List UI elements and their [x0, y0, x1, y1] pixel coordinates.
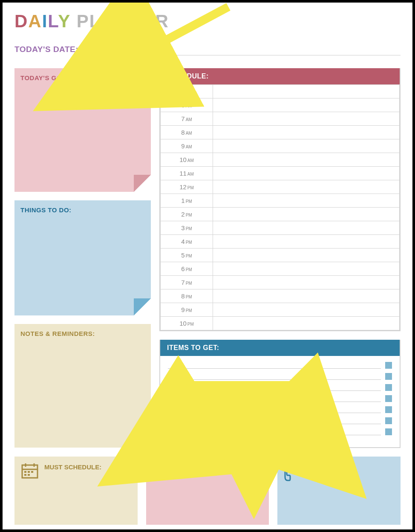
- schedule-time: 5AM: [161, 85, 213, 98]
- item-line[interactable]: [168, 396, 381, 402]
- item-row[interactable]: [168, 417, 392, 424]
- schedule-time: 9AM: [161, 139, 213, 153]
- item-row[interactable]: [168, 395, 392, 402]
- date-label: TODAY'S DATE:: [14, 45, 78, 54]
- schedule-row[interactable]: 10AM: [161, 153, 400, 167]
- svg-line-17: [164, 469, 170, 475]
- schedule-time: 10AM: [161, 153, 213, 167]
- schedule-slot[interactable]: [213, 139, 400, 153]
- schedule-panel: SCHEDULE: 5AM6AM7AM8AM9AM10AM11AM12PM1PM…: [159, 68, 401, 331]
- checkbox-icon[interactable]: [385, 373, 392, 380]
- schedule-time: 7PM: [161, 276, 213, 289]
- schedule-slot[interactable]: [213, 167, 400, 180]
- phone-icon: [283, 462, 302, 484]
- schedule-slot[interactable]: [213, 180, 400, 194]
- schedule-slot[interactable]: [213, 98, 400, 112]
- checkbox-icon[interactable]: [385, 428, 392, 435]
- item-line[interactable]: [168, 362, 381, 369]
- schedule-row[interactable]: 6PM: [161, 262, 400, 276]
- goals-note[interactable]: TODAY'S GOALS:: [14, 68, 151, 192]
- page-title: DAILY PLANNER: [14, 11, 401, 32]
- schedule-slot[interactable]: [213, 276, 400, 289]
- notes-label: NOTES & REMINDERS:: [20, 330, 145, 337]
- schedule-row[interactable]: 2PM: [161, 208, 400, 221]
- page-fold-icon: [134, 175, 151, 192]
- schedule-slot[interactable]: [213, 208, 400, 221]
- schedule-time: 5PM: [161, 249, 213, 262]
- schedule-slot[interactable]: [213, 249, 400, 262]
- schedule-row[interactable]: 3PM: [161, 221, 400, 235]
- item-row[interactable]: [168, 406, 392, 413]
- checkbox-icon[interactable]: [385, 406, 392, 413]
- schedule-time: 6PM: [161, 262, 213, 276]
- notes-note[interactable]: NOTES & REMINDERS:: [14, 324, 151, 448]
- schedule-table: 5AM6AM7AM8AM9AM10AM11AM12PM1PM2PM3PM4PM5…: [160, 84, 400, 330]
- svg-rect-14: [28, 474, 30, 476]
- goals-label: TODAY'S GOALS:: [20, 74, 145, 81]
- item-row[interactable]: [168, 384, 392, 391]
- svg-rect-10: [24, 471, 26, 473]
- item-row[interactable]: [168, 428, 392, 435]
- must-schedule-card[interactable]: MUST SCHEDULE:: [14, 457, 138, 525]
- schedule-row[interactable]: 10PM: [161, 317, 400, 330]
- items-header: ITEMS TO GET:: [160, 340, 400, 356]
- schedule-row[interactable]: 7AM: [161, 112, 400, 126]
- schedule-row[interactable]: 11AM: [161, 167, 400, 180]
- svg-rect-12: [31, 471, 33, 473]
- schedule-slot[interactable]: [213, 235, 400, 249]
- schedule-slot[interactable]: [213, 317, 400, 330]
- schedule-row[interactable]: 8AM: [161, 126, 400, 139]
- schedule-row[interactable]: 8PM: [161, 289, 400, 303]
- schedule-time: 12PM: [161, 180, 213, 194]
- schedule-time: 6AM: [161, 98, 213, 112]
- schedule-slot[interactable]: [213, 221, 400, 235]
- checkbox-icon[interactable]: [385, 395, 392, 402]
- schedule-row[interactable]: 7PM: [161, 276, 400, 289]
- schedule-row[interactable]: 12PM: [161, 180, 400, 194]
- schedule-slot[interactable]: [213, 85, 400, 98]
- schedule-slot[interactable]: [213, 303, 400, 317]
- svg-line-16: [153, 469, 159, 475]
- schedule-slot[interactable]: [213, 262, 400, 276]
- item-row[interactable]: [168, 373, 392, 380]
- schedule-slot[interactable]: [213, 194, 400, 208]
- checkbox-icon[interactable]: [385, 362, 392, 369]
- must-email-label: MUST EMAIL:: [176, 463, 218, 471]
- schedule-row[interactable]: 9AM: [161, 139, 400, 153]
- must-call-card[interactable]: MUST CALL:: [277, 457, 401, 525]
- schedule-row[interactable]: 4PM: [161, 235, 400, 249]
- schedule-time: 4PM: [161, 235, 213, 249]
- checkbox-icon[interactable]: [385, 417, 392, 424]
- schedule-time: 2PM: [161, 208, 213, 221]
- schedule-time: 1PM: [161, 194, 213, 208]
- date-field[interactable]: Month, Day, Year: [84, 44, 401, 55]
- page-fold-icon: [134, 298, 151, 315]
- item-line[interactable]: [168, 385, 381, 391]
- schedule-slot[interactable]: [213, 126, 400, 139]
- date-row: TODAY'S DATE: Month, Day, Year: [14, 44, 401, 55]
- schedule-row[interactable]: 1PM: [161, 194, 400, 208]
- schedule-time: 10PM: [161, 317, 213, 330]
- schedule-time: 7AM: [161, 112, 213, 126]
- item-row[interactable]: [168, 362, 392, 369]
- schedule-time: 3PM: [161, 221, 213, 235]
- schedule-slot[interactable]: [213, 289, 400, 303]
- item-line[interactable]: [168, 373, 381, 380]
- page-fold-icon: [134, 431, 151, 448]
- must-email-card[interactable]: MUST EMAIL:: [146, 457, 269, 525]
- item-line[interactable]: [168, 429, 381, 435]
- schedule-row[interactable]: 9PM: [161, 303, 400, 317]
- item-line[interactable]: [168, 418, 381, 424]
- checkbox-icon[interactable]: [385, 384, 392, 391]
- schedule-header: SCHEDULE:: [160, 68, 400, 84]
- svg-rect-13: [24, 474, 26, 476]
- schedule-time: 11AM: [161, 167, 213, 180]
- todo-note[interactable]: THINGS TO DO:: [14, 200, 151, 315]
- schedule-row[interactable]: 6AM: [161, 98, 400, 112]
- schedule-slot[interactable]: [213, 112, 400, 126]
- must-schedule-label: MUST SCHEDULE:: [44, 463, 101, 471]
- item-line[interactable]: [168, 407, 381, 413]
- schedule-slot[interactable]: [213, 153, 400, 167]
- schedule-row[interactable]: 5PM: [161, 249, 400, 262]
- schedule-row[interactable]: 5AM: [161, 85, 400, 98]
